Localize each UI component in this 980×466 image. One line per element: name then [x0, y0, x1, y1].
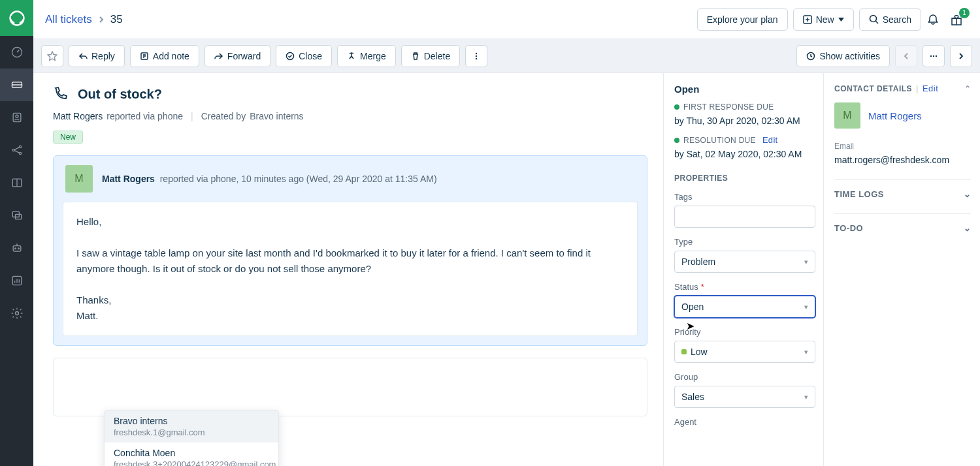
next-button[interactable]: [950, 45, 972, 67]
breadcrumb-root[interactable]: All tickets: [45, 13, 92, 26]
nav-social[interactable]: [0, 134, 33, 166]
status-select[interactable]: Open▾: [674, 296, 815, 318]
contact-email: matt.rogers@freshdesk.com: [834, 155, 971, 165]
nav-solutions[interactable]: [0, 166, 33, 199]
mention-autocomplete: Bravo interns freshdesk.1@gmail.com Conc…: [104, 410, 279, 466]
nav-tickets[interactable]: [0, 69, 33, 101]
forward-icon: [214, 52, 223, 61]
ticket-subject: Out of stock?: [78, 87, 162, 102]
merge-button[interactable]: Merge: [337, 45, 396, 67]
breadcrumb: All tickets 35: [45, 13, 123, 26]
group-select[interactable]: Sales▾: [674, 386, 815, 408]
svg-point-21: [476, 52, 477, 54]
contact-header: CONTACT DETAILS: [834, 84, 912, 93]
priority-select[interactable]: Low▾: [674, 341, 815, 363]
status-badge: New: [53, 131, 83, 144]
autocomplete-item[interactable]: Bravo interns freshdesk.1@gmail.com: [105, 411, 278, 443]
clock-icon: [806, 52, 815, 61]
nav-contacts[interactable]: [0, 101, 33, 134]
svg-point-25: [930, 55, 932, 56]
breadcrumb-id: 35: [110, 13, 123, 26]
plus-square-icon: [803, 15, 812, 24]
search-button[interactable]: Search: [859, 8, 921, 31]
timelogs-section[interactable]: TIME LOGS⌄: [834, 179, 971, 199]
chevron-down-icon: ▾: [804, 348, 808, 356]
app-logo[interactable]: [0, 0, 33, 36]
expand-button[interactable]: [923, 45, 945, 67]
svg-rect-11: [13, 246, 21, 251]
forward-button[interactable]: Forward: [204, 45, 270, 67]
priority-dot-icon: [681, 349, 687, 354]
gift-badge: 1: [959, 8, 970, 18]
chevron-down-icon: [838, 18, 844, 22]
message-author[interactable]: Matt Rogers: [102, 174, 155, 184]
contact-name-link[interactable]: Matt Rogers: [868, 110, 922, 121]
type-label: Type: [674, 237, 815, 247]
chevron-right-icon: [958, 52, 964, 60]
group-label: Group: [674, 372, 815, 382]
status-dot-icon: [674, 104, 679, 110]
tags-input[interactable]: [674, 206, 815, 228]
prev-button[interactable]: [895, 45, 917, 67]
contact-panel: CONTACT DETAILS | Edit ⌃ M Matt Rogers E…: [823, 73, 980, 466]
avatar: M: [65, 165, 93, 193]
trash-icon: [411, 52, 420, 61]
ticket-meta: Matt Rogers reported via phone | Created…: [53, 111, 647, 121]
type-select[interactable]: Problem▾: [674, 251, 815, 273]
status-label: Status*: [674, 282, 815, 292]
nav-settings[interactable]: [0, 297, 33, 330]
nav-dashboard[interactable]: [0, 36, 33, 69]
contact-avatar: M: [834, 102, 860, 129]
show-activities-button[interactable]: Show activities: [796, 45, 890, 67]
svg-point-12: [14, 248, 16, 249]
nav-reports[interactable]: [0, 264, 33, 297]
svg-point-27: [936, 55, 937, 56]
chevron-right-icon: [99, 16, 104, 23]
properties-title: PROPERTIES: [674, 174, 815, 183]
star-button[interactable]: [41, 45, 63, 67]
svg-point-0: [10, 11, 24, 25]
new-button[interactable]: New: [793, 8, 854, 31]
more-actions-button[interactable]: [465, 45, 487, 67]
phone-icon: [53, 86, 69, 102]
svg-point-20: [287, 52, 294, 59]
edit-contact-link[interactable]: Edit: [923, 84, 938, 93]
requester-name[interactable]: Matt Rogers: [53, 111, 103, 121]
collapse-icon[interactable]: ⌃: [964, 84, 972, 93]
chevron-down-icon: ▾: [804, 258, 808, 266]
priority-label: Priority: [674, 327, 815, 337]
message-card: M Matt Rogers reported via phone, 10 min…: [53, 155, 647, 346]
check-circle-icon: [286, 52, 295, 61]
edit-resolution-link[interactable]: Edit: [762, 135, 778, 145]
reply-icon: [78, 52, 88, 61]
chevron-down-icon: ▾: [804, 393, 808, 401]
chevron-left-icon: [903, 52, 909, 60]
svg-point-15: [15, 312, 18, 315]
more-vertical-icon: [472, 52, 481, 61]
autocomplete-item[interactable]: Conchita Moen freshdesk.3+20200424123229…: [105, 443, 278, 466]
reply-button[interactable]: Reply: [69, 45, 125, 67]
gifts-button[interactable]: 1: [945, 8, 968, 31]
nav-forums[interactable]: [0, 199, 33, 232]
close-button[interactable]: Close: [276, 45, 332, 67]
message-body: Hello, I saw a vintage table lamp on you…: [63, 202, 638, 336]
nav-bots[interactable]: [0, 232, 33, 264]
svg-point-5: [12, 149, 14, 151]
svg-point-6: [19, 146, 21, 148]
add-note-button[interactable]: Add note: [130, 45, 199, 67]
chevron-down-icon: ▾: [804, 303, 808, 311]
chevron-down-icon: ⌄: [964, 223, 972, 233]
svg-point-22: [476, 55, 477, 56]
star-icon: [47, 51, 57, 61]
todo-section[interactable]: TO-DO⌄: [834, 213, 971, 233]
notifications-button[interactable]: [921, 8, 945, 31]
email-label: Email: [834, 142, 971, 151]
delete-button[interactable]: Delete: [401, 45, 460, 67]
status-header: Open: [674, 84, 815, 95]
note-icon: [140, 52, 149, 61]
explore-plan-button[interactable]: Explore your plan: [697, 8, 788, 31]
svg-point-7: [19, 152, 21, 154]
resolution-value: by Sat, 02 May 2020, 02:30 AM: [674, 149, 815, 159]
reply-editor[interactable]: [53, 358, 647, 416]
page-header: All tickets 35 Explore your plan New Sea…: [33, 0, 980, 39]
